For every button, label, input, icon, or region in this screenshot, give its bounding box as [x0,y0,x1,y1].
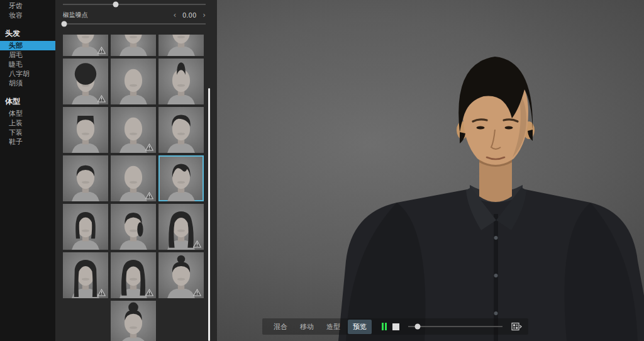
timeline-slider[interactable] [408,323,502,330]
hairstyle-thumb-bald[interactable] [111,107,156,153]
sidebar-item-eyebrows[interactable]: 眉毛 [0,50,55,60]
slider-knob[interactable] [415,324,421,330]
mannequin-head [63,107,108,153]
slider-track[interactable] [63,23,206,25]
stepper-decrement-icon[interactable]: ‹ [173,12,176,18]
sidebar-item-eyelashes[interactable]: 睫毛 [0,60,55,69]
noise-stepper: ‹ 0.00 › [173,12,206,19]
hairstyle-thumb-cropped[interactable] [158,35,204,56]
noise-control: 椒盐噪点 ‹ 0.00 › [63,11,206,20]
hairstyle-thumb-bald[interactable] [111,59,156,104]
mannequin-head [158,107,204,153]
hairstyle-thumb-slick[interactable] [158,107,204,153]
sidebar-section-body: 体型 [0,91,55,109]
hairstyle-grid [63,35,204,341]
slider-knob[interactable] [113,2,118,8]
hairstyle-thumb-bun[interactable] [158,252,204,298]
sidebar-item-teeth[interactable]: 牙齿 [0,1,55,11]
tab-move[interactable]: 移动 [295,320,319,334]
mannequin-head [111,301,156,341]
sidebar-item-head[interactable]: 头部 [0,41,55,50]
hairstyle-thumb-ponytail[interactable] [111,204,156,250]
hairstyle-thumb-cropped[interactable] [63,35,108,56]
sidebar: 牙齿妆容头发头部眉毛睫毛八字胡胡须体型体型上装下装鞋子 [0,0,55,341]
hairstyle-thumb-bald[interactable] [111,155,156,201]
panel-scrollbar[interactable] [208,88,210,341]
character-model [217,0,644,341]
warning-icon [145,143,153,151]
tab-sculpt[interactable]: 造型 [321,320,345,334]
slider-track[interactable] [63,4,206,5]
hairstyle-thumb-fringe[interactable] [158,155,204,201]
tab-preview[interactable]: 预览 [348,320,372,334]
sidebar-item-mustache[interactable]: 八字胡 [0,69,55,79]
mannequin-head [158,155,204,201]
hairstyle-thumb-long-straight[interactable] [63,252,108,298]
hairstyle-thumb-afro[interactable] [63,59,108,104]
hairstyle-thumb-short[interactable] [63,155,108,201]
warning-icon [145,192,153,199]
warning-icon [145,289,153,296]
param-slider[interactable] [63,1,206,8]
hairstyle-thumb-updo[interactable] [111,301,156,341]
sidebar-section-hair: 头发 [0,23,55,41]
sidebar-item-makeup[interactable]: 妆容 [0,11,55,20]
slider-track[interactable] [408,326,502,327]
hairstyle-thumb-long-messy[interactable] [158,204,204,250]
sidebar-item-tops[interactable]: 上装 [0,118,55,128]
mannequin-head [158,35,204,56]
hairstyle-thumb-mohawk[interactable] [158,59,204,104]
mannequin-head [63,155,108,201]
stepper-increment-icon[interactable]: › [203,12,206,18]
warning-icon [193,240,201,248]
mode-tabs: 混合移动造型预览 [269,320,372,334]
warning-icon [97,47,106,54]
noise-slider[interactable] [63,21,206,27]
noise-label: 椒盐噪点 [63,11,88,20]
viewport-toolbar: 混合移动造型预览 [262,318,528,335]
character-creator-app: 牙齿妆容头发头部眉毛睫毛八字胡胡须体型体型上装下装鞋子 椒盐噪点 ‹ 0.00 … [0,0,644,341]
mannequin-head [158,59,204,104]
warning-icon [97,289,106,296]
warning-icon [97,95,106,103]
mannequin-head [111,204,156,250]
viewport-3d[interactable]: 混合移动造型预览 [217,0,644,341]
warning-icon [193,289,201,296]
frame-grid-icon[interactable] [511,322,522,332]
noise-value[interactable]: 0.00 [180,12,199,19]
hairstyle-thumb-long[interactable] [111,252,156,298]
sidebar-item-bottoms[interactable]: 下装 [0,128,55,137]
playback-controls [382,323,399,330]
sidebar-item-shoes[interactable]: 鞋子 [0,137,55,147]
hairstyle-thumb-flattop[interactable] [63,107,108,153]
tab-blend[interactable]: 混合 [269,320,292,334]
sidebar-item-beard[interactable]: 胡须 [0,79,55,88]
mannequin-head [63,204,108,250]
pause-icon[interactable] [382,323,387,330]
hairstyle-thumb-bob[interactable] [63,204,108,250]
mannequin-head [111,59,156,104]
sidebar-item-body-type[interactable]: 体型 [0,109,55,118]
slider-knob[interactable] [62,21,67,27]
hairstyle-panel: 椒盐噪点 ‹ 0.00 › [55,0,217,341]
hairstyle-thumb-cropped[interactable] [111,35,156,56]
mannequin-head [111,35,156,56]
stop-icon[interactable] [392,323,399,330]
